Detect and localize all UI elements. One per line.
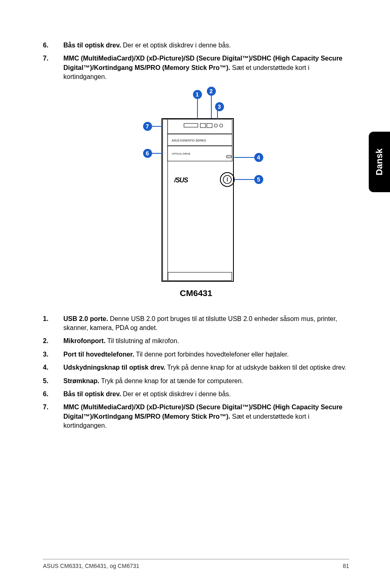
item-text: Tryk på denne knap for at tænde for comp…: [99, 377, 243, 384]
item-text: Der er et optisk diskdrev i denne bås.: [121, 391, 231, 397]
callout-line: [234, 157, 255, 158]
item-content: USB 2.0 porte. Denne USB 2.0 port bruges…: [63, 314, 349, 333]
item-number: 6.: [43, 41, 63, 50]
footer-left: ASUS CM6331, CM6431, og CM6731: [43, 563, 139, 569]
item-content: Bås til optisk drev. Der er et optisk di…: [63, 390, 349, 399]
item-number: 2.: [43, 337, 63, 346]
lower-list: 1. USB 2.0 porte. Denne USB 2.0 port bru…: [43, 314, 349, 431]
footer-right: 81: [343, 563, 349, 569]
svg-text:ASUS ESSENTIO SERIES: ASUS ESSENTIO SERIES: [172, 139, 206, 142]
item-content: MMC (MultiMediaCard)/XD (xD-Picture)/SD …: [63, 54, 349, 81]
svg-text:/SUS: /SUS: [174, 177, 188, 184]
item-number: 4.: [43, 363, 63, 372]
item-content: Port til hovedtelefoner. Til denne port …: [63, 350, 349, 359]
callout-2: 2: [207, 87, 216, 96]
tower-diagram: ASUS ESSENTIO SERIES OPTICAL DRIVE /SUS …: [155, 94, 238, 282]
callout-line: [152, 153, 163, 154]
list-item: 4. Udskydningsknap til optisk drev. Tryk…: [43, 363, 349, 372]
callout-5: 5: [254, 175, 263, 184]
item-number: 5.: [43, 377, 63, 386]
item-text: Tryk på denne knap for at udskyde bakken…: [166, 364, 347, 371]
item-number: 6.: [43, 390, 63, 399]
top-item-7: 7. MMC (MultiMediaCard)/XD (xD-Picture)/…: [43, 54, 349, 81]
item-label: USB 2.0 porte.: [63, 315, 108, 322]
item-label: Udskydningsknap til optisk drev.: [63, 364, 166, 371]
item-label: Mikrofonport.: [63, 337, 105, 344]
callout-line: [234, 179, 255, 180]
list-item: 1. USB 2.0 porte. Denne USB 2.0 port bru…: [43, 314, 349, 333]
callout-4: 4: [254, 153, 263, 162]
item-label: Port til hovedtelefoner.: [63, 351, 134, 358]
list-item: 2. Mikrofonport. Til tilslutning af mikr…: [43, 337, 349, 346]
svg-rect-18: [168, 272, 232, 281]
item-content: Udskydningsknap til optisk drev. Tryk på…: [63, 363, 349, 372]
list-item: 3. Port til hovedtelefoner. Til denne po…: [43, 350, 349, 359]
item-text: Til tilslutning af mikrofon.: [105, 337, 179, 344]
callout-line: [152, 126, 163, 127]
item-number: 1.: [43, 314, 63, 333]
svg-text:OPTICAL DRIVE: OPTICAL DRIVE: [172, 153, 190, 155]
list-item: 6. Bås til optisk drev. Der er et optisk…: [43, 390, 349, 399]
callout-3: 3: [215, 102, 224, 111]
item-label: Bås til optisk drev.: [63, 391, 121, 397]
list-item: 7. MMC (MultiMediaCard)/XD (xD-Picture)/…: [43, 403, 349, 430]
item-content: Mikrofonport. Til tilslutning af mikrofo…: [63, 337, 349, 346]
callout-line: [211, 96, 212, 118]
callout-6: 6: [143, 149, 152, 158]
item-label: Bås til optisk drev.: [63, 42, 121, 49]
item-number: 3.: [43, 350, 63, 359]
list-item: 5. Strømknap. Tryk på denne knap for at …: [43, 377, 349, 386]
diagram-container: ASUS ESSENTIO SERIES OPTICAL DRIVE /SUS …: [43, 94, 349, 282]
item-text: Der er et optisk diskdrev i denne bås.: [121, 42, 231, 49]
svg-rect-1: [163, 119, 168, 281]
item-content: Bås til optisk drev. Der er et optisk di…: [63, 41, 349, 50]
callout-line: [197, 99, 198, 118]
item-label: Strømknap.: [63, 377, 99, 384]
item-text: Til denne port forbindes hovedtelefoner …: [134, 351, 289, 358]
item-number: 7.: [43, 403, 63, 430]
pc-tower-icon: ASUS ESSENTIO SERIES OPTICAL DRIVE /SUS: [155, 94, 238, 282]
item-number: 7.: [43, 54, 63, 81]
page-footer: ASUS CM6331, CM6431, og CM6731 81: [43, 559, 349, 569]
page-content: 6. Bås til optisk drev. Der er et optisk…: [0, 0, 390, 568]
item-content: Strømknap. Tryk på denne knap for at tæn…: [63, 377, 349, 386]
model-label: CM6431: [43, 288, 349, 298]
callout-7: 7: [143, 122, 152, 131]
top-item-6: 6. Bås til optisk drev. Der er et optisk…: [43, 41, 349, 50]
callout-1: 1: [193, 90, 202, 99]
item-content: MMC (MultiMediaCard)/XD (xD-Picture)/SD …: [63, 403, 349, 430]
